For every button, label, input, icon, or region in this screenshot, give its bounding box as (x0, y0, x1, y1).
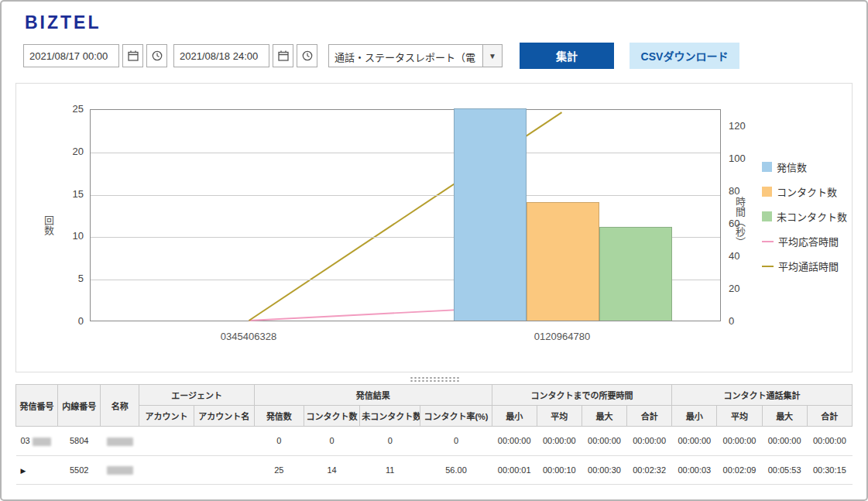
col-header-tt-avg: 平均 (717, 406, 762, 427)
x-axis-category-label: 0345406328 (194, 331, 303, 342)
col-header-caller-number: 発信番号 (16, 385, 58, 427)
col-header-extension: 内線番号 (58, 385, 101, 427)
legend-label: 発信数 (777, 160, 807, 174)
left-axis-tick: 20 (57, 146, 84, 158)
cell-tt-max: 00:05:53 (762, 455, 807, 485)
cell-ct-avg: 00:00:00 (537, 427, 582, 456)
biztel-logo: BIZTEL (2, 2, 866, 33)
cell-account-name (194, 427, 254, 456)
legend-line-平均応答時間 (762, 241, 774, 242)
col-group-talk-time: コンタクト通話集計 (672, 385, 853, 406)
legend-item: コンタクト数 (762, 184, 847, 199)
right-axis-tick: 20 (729, 283, 760, 295)
right-axis-tick: 60 (729, 218, 760, 230)
left-axis-tick: 5 (57, 273, 84, 285)
cell-contacts: 0 (304, 427, 359, 456)
cell-extension: 5502 (58, 455, 101, 485)
legend-line-平均通話時間 (762, 266, 774, 267)
cell-extension: 5804 (58, 427, 101, 456)
cell-account (139, 427, 194, 456)
cell-tt-sum: 00:00:00 (807, 427, 852, 456)
app-window: BIZTEL (0, 0, 868, 501)
legend-label: 平均通話時間 (778, 259, 839, 273)
expand-row-icon[interactable]: ▶ (21, 467, 26, 475)
report-table: 発信番号 内線番号 名称 エージェント 発信結果 コンタクトまでの所要時間 コン… (15, 384, 853, 485)
end-clock-button[interactable] (297, 44, 317, 67)
chart-legend: 発信数コンタクト数未コンタクト数平均応答時間平均通話時間 (762, 160, 847, 273)
right-axis-tick: 80 (729, 185, 760, 197)
cell-ct-avg: 00:00:10 (537, 455, 582, 485)
right-axis-tick: 40 (729, 250, 760, 263)
legend-swatch-発信数 (762, 162, 772, 172)
col-header-ct-avg: 平均 (537, 406, 582, 427)
col-group-call-result: 発信結果 (254, 385, 492, 406)
left-axis-tick: 15 (57, 188, 84, 201)
cell-caller-number: 03 (16, 427, 58, 456)
col-header-account: アカウント (139, 406, 194, 427)
toolbar: 通話・ステータスレポート（電 ▼ 集計 CSVダウンロード (2, 33, 866, 77)
aggregate-button[interactable]: 集計 (520, 43, 614, 69)
col-header-tt-sum: 合計 (807, 406, 852, 427)
cell-ct-sum: 00:02:32 (627, 455, 672, 485)
table-row: 03 5804000000:00:0000:00:0000:00:0000:00… (16, 427, 853, 456)
cell-calls: 0 (254, 427, 304, 456)
start-clock-button[interactable] (146, 44, 167, 67)
col-header-ct-max: 最大 (582, 406, 626, 427)
cell-caller-number: ▶ (16, 455, 58, 485)
table-row: ▶550225141156.0000:00:0100:00:1000:00:30… (16, 455, 853, 485)
report-type-value: 通話・ステータスレポート（電 (329, 45, 482, 67)
col-header-contacts: コンタクト数 (304, 406, 359, 427)
legend-label: コンタクト数 (777, 184, 837, 199)
col-header-ct-sum: 合計 (627, 406, 672, 427)
cell-contact-rate: 0 (420, 427, 492, 456)
calendar-icon (128, 50, 139, 61)
col-header-name: 名称 (101, 385, 139, 427)
masked-text (107, 466, 133, 475)
col-header-contact-rate: コンタクト率(%) (420, 406, 492, 427)
cell-name (101, 455, 139, 485)
col-header-account-name: アカウント名 (194, 406, 254, 427)
start-datetime-group (23, 44, 167, 67)
cell-account-name (194, 455, 254, 485)
cell-tt-min: 00:00:03 (672, 455, 717, 485)
right-axis-tick: 0 (729, 315, 760, 328)
right-axis-tick: 100 (729, 153, 760, 165)
end-datetime-group (173, 44, 317, 67)
gridline (91, 153, 720, 153)
dropdown-arrow-icon[interactable]: ▼ (482, 45, 502, 67)
right-axis-tick: 120 (729, 120, 760, 132)
calendar-icon (278, 50, 289, 61)
cell-tt-max: 00:00:00 (762, 427, 807, 456)
report-table-wrap: 発信番号 内線番号 名称 エージェント 発信結果 コンタクトまでの所要時間 コン… (15, 384, 853, 485)
x-axis-category-label: 0120964780 (508, 331, 616, 342)
legend-item: 平均応答時間 (762, 234, 847, 249)
end-datetime-input[interactable] (173, 44, 269, 67)
legend-swatch-未コンタクト数 (762, 211, 772, 221)
end-calendar-button[interactable] (273, 44, 293, 67)
col-header-calls: 発信数 (254, 406, 304, 427)
legend-label: 未コンタクト数 (777, 209, 847, 224)
csv-download-button[interactable]: CSVダウンロード (630, 43, 739, 69)
legend-item: 平均通話時間 (762, 259, 847, 273)
cell-contact-rate: 56.00 (420, 455, 492, 485)
left-axis-title: 回数 (41, 215, 56, 235)
start-datetime-input[interactable] (23, 44, 119, 67)
clock-icon (152, 50, 163, 61)
masked-text (33, 438, 51, 446)
cell-ct-min: 00:00:00 (492, 427, 537, 456)
bar-発信数 (454, 108, 527, 321)
gridline (91, 195, 720, 196)
left-axis-tick: 0 (57, 315, 84, 328)
cell-contacts: 14 (304, 455, 359, 485)
cell-tt-min: 00:00:00 (672, 427, 717, 456)
splitter-handle[interactable] (15, 374, 853, 384)
cell-ct-min: 00:00:01 (492, 455, 537, 485)
cell-account (139, 455, 194, 485)
masked-text (107, 438, 133, 446)
col-header-ct-min: 最小 (492, 406, 537, 427)
col-group-contact-time: コンタクトまでの所要時間 (492, 385, 672, 406)
report-type-select[interactable]: 通話・ステータスレポート（電 ▼ (328, 44, 503, 67)
grip-dots-icon (410, 376, 459, 382)
start-calendar-button[interactable] (122, 44, 143, 67)
col-header-tt-min: 最小 (672, 406, 717, 427)
